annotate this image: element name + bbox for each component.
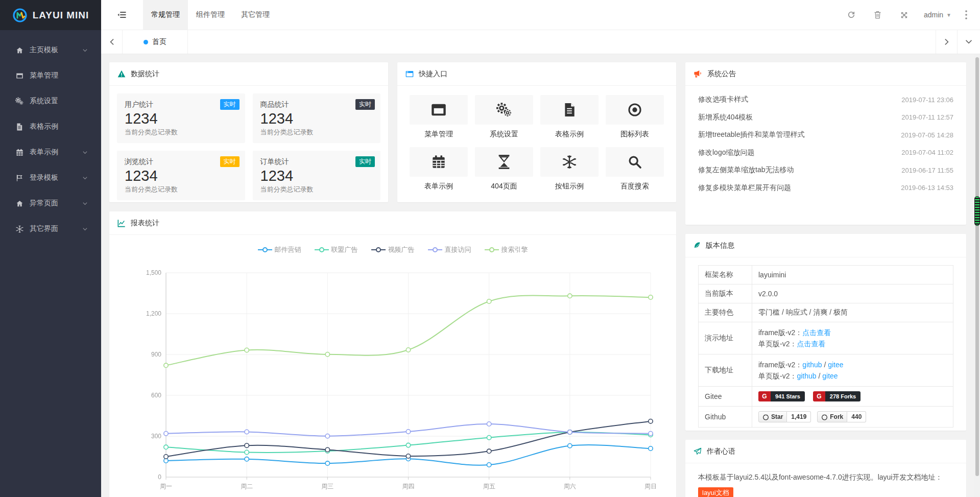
chevron-down-icon <box>965 39 972 44</box>
sidebar: LAYUI MINI 主页模板 菜单管理 <box>0 0 101 497</box>
legend-item[interactable]: 直接访问 <box>428 245 471 254</box>
header-tab-general[interactable]: 常规管理 <box>143 0 188 30</box>
github-fork-count: 440 <box>847 411 866 422</box>
stat-box-users[interactable]: 用户统计 1234 当前分类总记录数 实时 <box>117 93 245 143</box>
chevron-down-icon <box>82 201 88 206</box>
card-title: 系统公告 <box>707 69 736 79</box>
refresh-button[interactable] <box>838 0 865 30</box>
list-item[interactable]: 修复左侧菜单缩放tab无法移动2019-06-17 11:55 <box>698 161 953 179</box>
legend-item[interactable]: 视频广告 <box>371 245 415 254</box>
line-chart[interactable]: 周一周二周三周四周五周六周日03006009001,2001,500 <box>109 254 676 497</box>
home-icon <box>14 200 25 207</box>
legend-marker-icon <box>371 247 386 253</box>
sidebar-item-form-examples[interactable]: 表单示例 <box>0 139 101 165</box>
tab-scroll-left-button[interactable] <box>101 30 123 54</box>
demo-onepage-link[interactable]: 点击查看 <box>797 340 825 348</box>
stats-card: 数据统计 用户统计 1234 当前分类总记录数 实时 商品统计 1234 当前分… <box>109 62 388 202</box>
window-icon <box>405 70 414 78</box>
refresh-icon <box>847 11 855 19</box>
dot-circle-icon <box>628 103 642 117</box>
clear-cache-button[interactable] <box>865 0 891 30</box>
shortcut-icon-list[interactable]: 图标列表 <box>606 95 664 139</box>
app-logo[interactable]: LAYUI MINI <box>0 0 101 30</box>
tab-operations-button[interactable] <box>957 30 980 54</box>
gitee-icon: G <box>813 391 825 401</box>
gitee-forks-badge[interactable]: G 278 Forks <box>813 391 861 401</box>
download-gitee-link[interactable]: gitee <box>828 361 843 369</box>
sidebar-item-other-ui[interactable]: 其它界面 <box>0 216 101 242</box>
shortcut-404-page[interactable]: 404页面 <box>475 147 533 191</box>
tab-home[interactable]: 首页 <box>123 30 188 54</box>
collapse-sidebar-button[interactable] <box>101 0 143 30</box>
gitee-stars-badge[interactable]: G 941 Stars <box>758 391 805 401</box>
flag-icon <box>14 174 25 182</box>
top-header: 常规管理 组件管理 其它管理 admin ▼ <box>101 0 980 30</box>
github-star-count: 1,419 <box>787 411 811 422</box>
sidebar-item-system-settings[interactable]: 系统设置 <box>0 88 101 114</box>
status-badge: 实时 <box>220 99 240 110</box>
list-item[interactable]: 修改选项卡样式2019-07-11 23:06 <box>698 91 953 109</box>
legend-item[interactable]: 搜索引擎 <box>485 245 528 254</box>
shortcut-form-examples[interactable]: 表单示例 <box>410 147 468 191</box>
svg-text:周一: 周一 <box>160 483 172 490</box>
header-tab-other[interactable]: 其它管理 <box>233 0 278 30</box>
legend-item[interactable]: 邮件营销 <box>258 245 301 254</box>
chevron-down-icon <box>82 48 88 53</box>
list-item[interactable]: 修改logo缩放问题2019-07-04 11:02 <box>698 144 953 162</box>
sidebar-item-home-template[interactable]: 主页模板 <box>0 37 101 63</box>
fullscreen-button[interactable] <box>891 0 918 30</box>
side-menu: 主页模板 菜单管理 <box>0 30 101 242</box>
sidebar-item-login-templates[interactable]: 登录模板 <box>0 165 101 191</box>
status-badge: 实时 <box>355 99 375 110</box>
legend-marker-icon <box>428 247 442 253</box>
layui-doc-badge[interactable]: layui文档 <box>698 487 733 497</box>
hourglass-icon <box>497 154 511 170</box>
legend-item[interactable]: 联盟广告 <box>315 245 358 254</box>
status-badge: 实时 <box>220 156 240 167</box>
more-options-button[interactable] <box>958 0 975 30</box>
svg-text:0: 0 <box>158 474 161 481</box>
author-card: 作者心语 本模板基于layui2.5.4以及font-awesome-4.7.0… <box>685 440 966 497</box>
caret-down-icon: ▼ <box>946 12 951 18</box>
active-tab-dot <box>144 40 148 44</box>
download-github-link[interactable]: github <box>802 361 822 369</box>
header-tab-components[interactable]: 组件管理 <box>188 0 233 30</box>
github-fork-button[interactable]: Fork 440 <box>817 411 866 422</box>
download-github-link[interactable]: github <box>797 372 816 380</box>
line-chart-icon <box>117 219 126 227</box>
shortcut-menu-management[interactable]: 菜单管理 <box>410 95 468 139</box>
sidebar-item-error-pages[interactable]: 异常页面 <box>0 191 101 216</box>
demo-iframe-link[interactable]: 点击查看 <box>802 328 831 337</box>
stat-box-views[interactable]: 浏览统计 1234 当前分类总记录数 实时 <box>117 151 245 200</box>
card-title: 版本信息 <box>706 241 734 250</box>
list-item[interactable]: 新增系统404模板2019-07-11 12:57 <box>698 109 953 127</box>
author-body: 本模板基于layui2.5.4以及font-awesome-4.7.0进行实现。… <box>685 463 966 497</box>
page-scrollbar[interactable] <box>974 54 980 497</box>
app-title: LAYUI MINI <box>33 10 89 21</box>
gears-icon <box>496 102 512 117</box>
download-gitee-link[interactable]: gitee <box>822 372 838 380</box>
legend-marker-icon <box>258 247 272 253</box>
sidebar-item-menu-management[interactable]: 菜单管理 <box>0 63 101 88</box>
list-item[interactable]: 新增treetable插件和菜单管理样式2019-07-05 14:28 <box>698 126 953 144</box>
github-star-button[interactable]: Star 1,419 <box>758 411 811 422</box>
shortcuts-card: 快捷入口 菜单管理 系统设置 <box>397 62 676 202</box>
report-card: 报表统计 邮件营销联盟广告视频广告直接访问搜索引擎 周一周二周三周四周五周六周日… <box>109 211 676 497</box>
svg-text:600: 600 <box>151 392 161 399</box>
shortcut-button-examples[interactable]: 按钮示例 <box>540 147 599 191</box>
list-item[interactable]: 修复多模块菜单栏展开有问题2019-06-13 14:53 <box>698 179 953 197</box>
tab-scroll-right-button[interactable] <box>936 30 957 54</box>
trash-icon <box>874 11 881 19</box>
more-dots-icon <box>965 10 967 19</box>
sidebar-item-table-examples[interactable]: 表格示例 <box>0 114 101 139</box>
user-menu[interactable]: admin ▼ <box>918 0 958 30</box>
shortcut-baidu-search[interactable]: 百度搜索 <box>606 147 664 191</box>
scrollbar-thumb[interactable] <box>975 57 979 476</box>
fullscreen-icon <box>900 11 908 19</box>
shortcut-system-settings[interactable]: 系统设置 <box>475 95 533 139</box>
shortcut-table-examples[interactable]: 表格示例 <box>540 95 599 139</box>
table-row: Gitee G 941 Stars G 278 Forks <box>699 387 953 407</box>
stat-box-orders[interactable]: 订单统计 1234 当前分类总记录数 实时 <box>253 151 381 200</box>
stat-box-goods[interactable]: 商品统计 1234 当前分类总记录数 实时 <box>253 93 381 143</box>
chevron-down-icon <box>82 150 88 155</box>
